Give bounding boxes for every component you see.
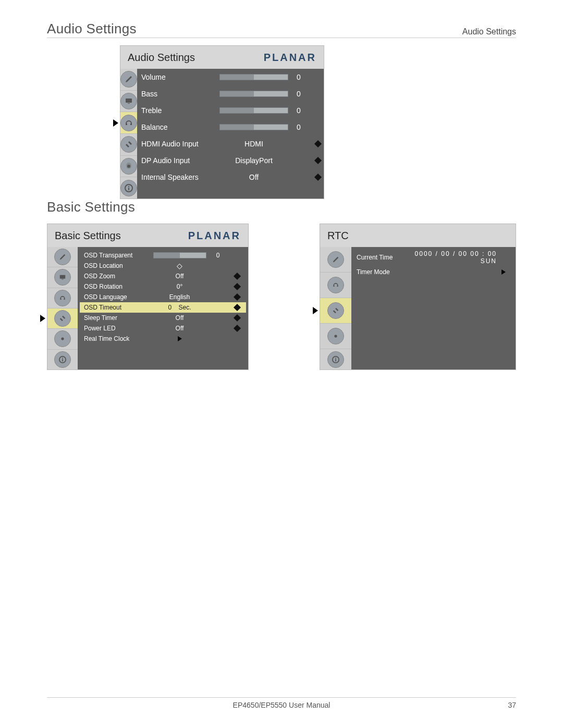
sidebar-tab-basic[interactable] <box>320 298 351 323</box>
row-osd-timeout[interactable]: OSD Timeout 0 Sec. <box>80 302 246 313</box>
chevron-right-icon <box>178 336 182 341</box>
monitor-icon <box>54 269 71 286</box>
osd-titlebar: RTC <box>320 224 516 247</box>
osd-title: RTC <box>327 230 349 242</box>
sidebar-tab-image[interactable] <box>47 247 78 267</box>
row-balance[interactable]: Balance 0 <box>137 119 327 135</box>
sidebar-tab-display[interactable] <box>120 90 137 112</box>
diamond-icon <box>234 273 241 280</box>
svg-rect-14 <box>335 359 336 361</box>
sidebar-tab-audio[interactable] <box>47 288 78 308</box>
label: OSD Language <box>80 293 152 301</box>
label: Current Time <box>357 254 414 261</box>
row-osd-zoom[interactable]: OSD Zoom Off <box>80 271 246 281</box>
osd-content: Volume 0 Bass 0 Treble 0 <box>137 69 327 199</box>
value: 0° <box>152 283 207 290</box>
sidebar-tab-image[interactable] <box>320 247 351 272</box>
row-volume[interactable]: Volume 0 <box>137 69 327 85</box>
tools-icon <box>327 302 344 319</box>
label: Volume <box>137 73 219 81</box>
svg-point-12 <box>334 335 337 337</box>
sidebar-tab-audio[interactable] <box>320 272 351 298</box>
sidebar-tab-advanced[interactable] <box>47 328 78 349</box>
label: Sleep Timer <box>80 314 152 322</box>
value: 0 <box>288 90 309 98</box>
sidebar-tab-basic[interactable] <box>47 308 78 328</box>
row-osd-transparent[interactable]: OSD Transparent 0 <box>80 250 246 261</box>
monitor-icon <box>120 93 137 109</box>
diamond-icon <box>234 304 241 311</box>
sidebar-tab-advanced[interactable] <box>120 155 137 177</box>
section-audio-title: Audio Settings <box>47 21 516 37</box>
svg-point-8 <box>61 338 64 340</box>
svg-rect-1 <box>128 103 130 104</box>
gear-icon <box>327 328 344 344</box>
svg-rect-11 <box>62 357 63 359</box>
label: DP Audio Input <box>137 156 219 165</box>
sidebar-tab-info[interactable] <box>320 349 351 369</box>
label: Bass <box>137 90 219 98</box>
svg-rect-4 <box>128 188 129 190</box>
document-page: Audio Settings Audio Settings Audio Sett… <box>0 0 563 728</box>
value: 0 <box>288 106 309 115</box>
svg-rect-6 <box>60 275 66 279</box>
row-power-led[interactable]: Power LED Off <box>80 323 246 334</box>
value: Off <box>152 273 207 280</box>
label: HDMI Audio Input <box>137 140 219 148</box>
tools-icon <box>54 310 71 327</box>
sidebar-tab-audio[interactable] <box>120 112 137 133</box>
row-hdmi-audio-input[interactable]: HDMI Audio Input HDMI <box>137 135 327 152</box>
row-osd-rotation[interactable]: OSD Rotation 0° <box>80 281 246 292</box>
diamond-icon <box>234 283 241 290</box>
row-current-time[interactable]: Current Time 0000 / 00 / 00 00 : 00 SUN <box>357 250 510 265</box>
sidebar-tab-display[interactable] <box>47 267 78 287</box>
brand-logo: PLANAR <box>188 230 241 242</box>
osd-title: Basic Settings <box>55 230 121 242</box>
value: HDMI <box>219 140 288 148</box>
header-rule <box>47 38 516 38</box>
value: English <box>152 293 207 301</box>
diamond-icon <box>314 140 322 147</box>
label: Balance <box>137 123 219 131</box>
row-bass[interactable]: Bass 0 <box>137 85 327 102</box>
row-sleep-timer[interactable]: Sleep Timer Off <box>80 313 246 323</box>
gear-icon <box>120 158 137 175</box>
row-dp-audio-input[interactable]: DP Audio Input DisplayPort <box>137 152 327 169</box>
osd-titlebar: Audio Settings PLANAR <box>120 46 324 69</box>
row-osd-language[interactable]: OSD Language English <box>80 292 246 302</box>
page-footer: EP4650/EP5550 User Manual 37 <box>47 697 516 709</box>
label: Timer Mode <box>357 268 414 276</box>
row-internal-speakers[interactable]: Internal Speakers Off <box>137 169 327 186</box>
brush-icon <box>327 251 344 268</box>
row-timer-mode[interactable]: Timer Mode <box>357 265 510 279</box>
headphones-icon <box>120 115 137 131</box>
diamond-icon <box>314 157 322 164</box>
info-icon <box>120 180 137 196</box>
diamond-icon <box>234 314 241 322</box>
svg-rect-7 <box>62 279 64 280</box>
diamond-icon <box>234 325 241 332</box>
row-real-time-clock[interactable]: Real Time Clock <box>80 334 246 344</box>
slider[interactable] <box>219 74 288 80</box>
osd-audio-settings: Audio Settings PLANAR Volume 0 <box>120 45 324 199</box>
sidebar-tab-image[interactable] <box>120 69 137 90</box>
value: 0 <box>207 252 228 259</box>
section-basic-title: Basic Settings <box>47 199 516 215</box>
slider[interactable] <box>153 252 206 258</box>
row-osd-location[interactable]: OSD Location ◇ <box>80 261 246 271</box>
slider[interactable] <box>219 124 288 130</box>
osd-sidebar <box>47 247 78 369</box>
label: Internal Speakers <box>137 173 219 181</box>
sidebar-tab-basic[interactable] <box>120 133 137 155</box>
slider[interactable] <box>219 91 288 97</box>
sidebar-tab-info[interactable] <box>120 177 137 199</box>
osd-sidebar <box>120 69 137 199</box>
sidebar-tab-advanced[interactable] <box>320 323 351 349</box>
position-icon: ◇ <box>177 262 182 270</box>
row-treble[interactable]: Treble 0 <box>137 102 327 119</box>
label: OSD Location <box>80 262 152 269</box>
sidebar-tab-info[interactable] <box>47 349 78 369</box>
svg-rect-10 <box>62 359 63 361</box>
osd-sidebar <box>320 247 351 369</box>
slider[interactable] <box>219 107 288 114</box>
